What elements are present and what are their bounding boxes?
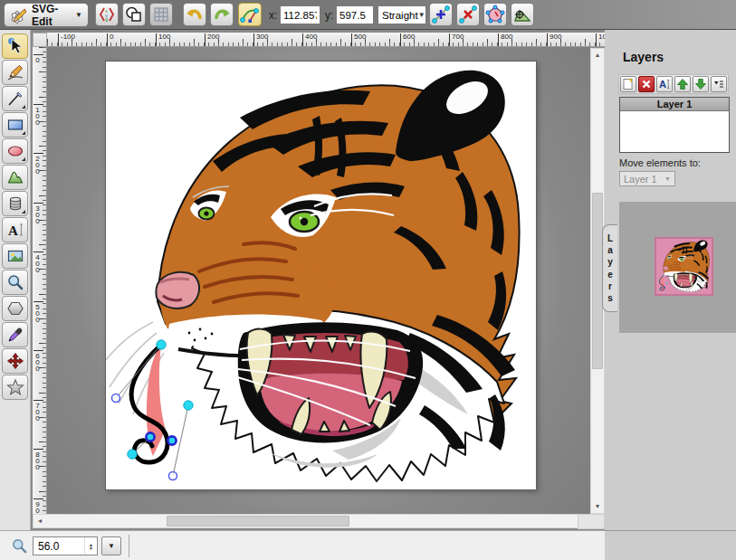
h-ruler-tick-label: 500 [351, 33, 366, 47]
h-ruler-tick-label: 800 [498, 33, 512, 47]
tool-select[interactable] [2, 33, 28, 59]
v-ruler-tick-label: 900 [33, 498, 43, 515]
redo-button[interactable] [210, 3, 234, 26]
v-ruler-tick-label: 500 [33, 301, 43, 322]
add-node-button[interactable] [429, 3, 453, 26]
zoom-dropdown-button[interactable]: ▼ [101, 536, 121, 555]
tool-pencil[interactable] [2, 60, 28, 85]
tool-eyedropper[interactable] [2, 322, 28, 347]
h-ruler-tick-label: 200 [205, 33, 219, 47]
tool-shape-library[interactable] [2, 191, 28, 216]
h-ruler-tick-label: 0 [107, 33, 113, 47]
horizontal-scroll-thumb[interactable] [167, 516, 349, 527]
layer-row-layer1[interactable]: Layer 1 [620, 98, 729, 111]
tool-line[interactable] [2, 86, 28, 111]
new-layer-icon [622, 78, 635, 90]
scroll-left-arrow[interactable]: ◂ [33, 515, 46, 527]
add-subpath-icon [512, 5, 532, 24]
h-ruler-tick-label: 1000 [596, 33, 605, 47]
tool-polygon[interactable] [2, 296, 28, 321]
line-icon [6, 90, 24, 108]
svg-text:A: A [8, 223, 18, 238]
main-menu-button[interactable]: SVG-Edit ▼ [4, 3, 89, 27]
add-subpath-button[interactable] [511, 3, 534, 26]
edit-path-button[interactable] [238, 3, 262, 26]
segment-type-value: Straight [382, 10, 418, 21]
zoom-level-value: 56.0 [38, 540, 59, 553]
rename-layer-button[interactable]: A [656, 76, 673, 92]
vertical-ruler: 0100200300400500600700800900 [33, 47, 47, 514]
segment-type-select[interactable]: Straight ▼ [378, 5, 426, 24]
y-coordinate-label: y: [325, 9, 333, 22]
arrow-up-icon [676, 78, 689, 90]
layers-panel-title: Layers [623, 50, 664, 64]
v-ruler-tick-label: 100 [33, 104, 43, 125]
shapes-button[interactable] [122, 3, 146, 26]
zoom-spinner[interactable]: ▲▼ [84, 537, 97, 555]
drawing-canvas[interactable] [106, 62, 536, 489]
horizontal-ruler: -10001002003004005006007008009001000 [47, 33, 605, 47]
layer-menu-button[interactable] [711, 76, 727, 92]
delete-layer-button[interactable] [638, 76, 655, 92]
path-shape-icon [6, 168, 24, 186]
logo-label: SVG-Edit [32, 3, 72, 28]
h-ruler-tick-label: 100 [156, 33, 170, 47]
image-icon [6, 247, 24, 265]
arrow-down-icon [694, 78, 707, 90]
chevron-down-icon: ▼ [418, 11, 425, 19]
cylinder-icon [6, 195, 24, 213]
grid-icon [152, 5, 170, 24]
delete-node-button[interactable] [456, 3, 480, 26]
tool-path[interactable] [2, 165, 28, 190]
move-layer-down-button[interactable] [693, 76, 709, 92]
top-toolbar: SVG-Edit ▼ s v g [0, 0, 736, 30]
v-ruler-tick-label: 0 [33, 54, 43, 62]
separator [129, 535, 129, 557]
move-target-select[interactable]: Layer 1 ▼ [619, 171, 675, 186]
select-arrow-icon [6, 37, 24, 55]
canvas-viewport[interactable] [47, 47, 590, 514]
scroll-up-arrow[interactable]: ▴ [591, 49, 604, 62]
ruler-corner [33, 33, 47, 47]
tool-image[interactable] [2, 243, 28, 269]
layers-side-tab[interactable]: L a y e r s [602, 224, 617, 312]
layer-list: Layer 1 [619, 97, 730, 153]
y-coordinate-input[interactable] [336, 5, 374, 24]
delete-node-icon [458, 5, 478, 24]
chevron-down-icon: ▼ [75, 11, 82, 19]
h-ruler-tick-label: 600 [400, 33, 415, 47]
zoom-level-input[interactable]: 56.0 ▲▼ [33, 536, 98, 555]
eyedropper-icon [6, 326, 24, 344]
ellipse-icon [6, 142, 24, 160]
svg-edit-logo-icon [10, 6, 28, 24]
horizontal-scrollbar[interactable]: ◂ ▸ [33, 514, 590, 528]
edit-path-icon [240, 5, 260, 24]
delete-layer-icon [640, 78, 653, 90]
scroll-down-arrow[interactable]: ▾ [591, 500, 604, 513]
shapes-icon [125, 5, 143, 24]
four-way-arrow-icon [6, 352, 24, 370]
tool-star[interactable] [2, 375, 28, 400]
tool-text[interactable]: A [2, 217, 28, 242]
undo-button[interactable] [183, 3, 206, 26]
magnifier-icon [6, 273, 24, 291]
tool-zoom[interactable] [2, 270, 28, 295]
grid-button[interactable] [149, 3, 173, 26]
v-ruler-tick-label: 600 [33, 350, 43, 371]
tool-connector[interactable] [2, 348, 28, 374]
star-icon [6, 378, 24, 396]
x-coordinate-input[interactable] [280, 5, 320, 24]
tool-ellipse[interactable] [2, 138, 28, 164]
tool-rectangle[interactable] [2, 112, 28, 138]
source-code-icon: s v g [98, 5, 116, 24]
h-ruler-tick-label: 900 [547, 33, 561, 47]
redo-icon [212, 5, 232, 24]
new-layer-button[interactable] [620, 76, 636, 92]
source-code-button[interactable]: s v g [95, 3, 119, 26]
open-path-icon [485, 5, 505, 24]
h-ruler-tick-label: 700 [449, 33, 464, 47]
move-layer-up-button[interactable] [674, 76, 691, 92]
open-path-button[interactable] [483, 3, 507, 26]
h-ruler-tick-label: 400 [302, 33, 317, 47]
rename-layer-icon: A [658, 78, 671, 90]
